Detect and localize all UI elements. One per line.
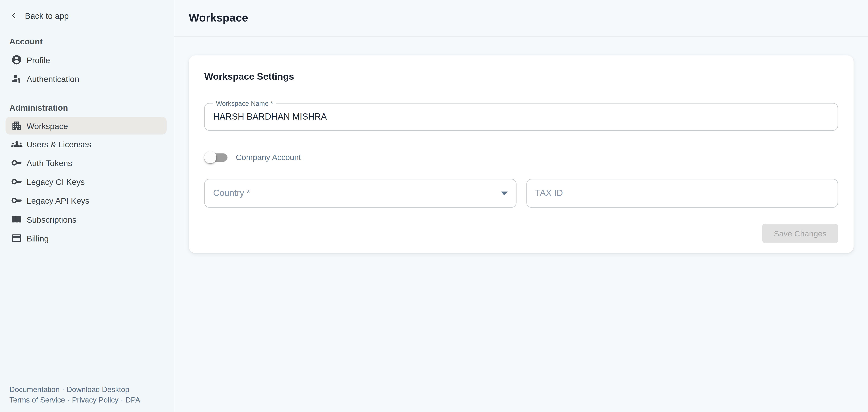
chevron-left-icon xyxy=(8,9,20,22)
section-title-account: Account xyxy=(9,35,174,47)
tax-id-input[interactable] xyxy=(526,179,838,208)
sidebar-item-legacy-ci-keys[interactable]: Legacy CI Keys xyxy=(0,172,174,191)
sidebar-item-label: Workspace xyxy=(27,121,68,130)
sidebar-item-label: Legacy CI Keys xyxy=(27,177,85,186)
toggle-thumb xyxy=(204,151,216,164)
company-account-row: Company Account xyxy=(204,151,838,164)
credit-card-icon xyxy=(11,233,23,244)
company-account-toggle[interactable] xyxy=(204,151,228,164)
sidebar-item-label: Auth Tokens xyxy=(27,158,72,168)
country-select[interactable]: Country * xyxy=(204,179,516,208)
privacy-policy-link[interactable]: Privacy Policy xyxy=(72,396,119,404)
page-title: Workspace xyxy=(189,11,248,24)
main-area: Workspace Workspace Settings Workspace N… xyxy=(175,0,868,412)
key-icon xyxy=(11,176,23,187)
app-root: Back to app Account Profile Authenticati… xyxy=(0,0,868,412)
back-to-app-label: Back to app xyxy=(25,11,69,20)
sidebar-item-label: Users & Licenses xyxy=(27,139,91,149)
sidebar-item-label: Profile xyxy=(27,55,50,64)
save-changes-button[interactable]: Save Changes xyxy=(762,224,838,243)
building-icon xyxy=(11,120,23,131)
company-account-label: Company Account xyxy=(236,153,301,162)
sidebar-item-label: Authentication xyxy=(27,74,79,83)
workspace-name-field: Workspace Name * xyxy=(204,103,838,130)
download-desktop-link[interactable]: Download Desktop xyxy=(67,385,129,394)
key-icon xyxy=(11,195,23,206)
workspace-name-input[interactable] xyxy=(205,104,838,130)
sidebar: Back to app Account Profile Authenticati… xyxy=(0,0,175,412)
sidebar-item-users-licenses[interactable]: Users & Licenses xyxy=(0,135,174,153)
groups-icon xyxy=(11,138,23,149)
sidebar-item-label: Legacy API Keys xyxy=(27,196,89,205)
section-title-administration: Administration xyxy=(9,102,174,114)
card-actions: Save Changes xyxy=(204,224,838,243)
sidebar-item-label: Subscriptions xyxy=(27,214,76,224)
dropdown-arrow-icon xyxy=(501,192,507,196)
card-title: Workspace Settings xyxy=(204,70,838,84)
country-select-label: Country * xyxy=(213,188,250,198)
sidebar-item-label: Billing xyxy=(27,233,49,243)
workspace-settings-card: Workspace Settings Workspace Name * Comp… xyxy=(189,55,854,253)
sidebar-item-subscriptions[interactable]: Subscriptions xyxy=(0,210,174,229)
passkey-icon xyxy=(11,73,23,84)
footer-separator: · xyxy=(119,396,126,404)
sidebar-item-workspace[interactable]: Workspace xyxy=(6,117,166,135)
sidebar-item-auth-tokens[interactable]: Auth Tokens xyxy=(0,153,174,172)
back-to-app-button[interactable]: Back to app xyxy=(8,9,174,22)
terms-of-service-link[interactable]: Terms of Service xyxy=(9,396,65,404)
sidebar-item-legacy-api-keys[interactable]: Legacy API Keys xyxy=(0,191,174,210)
key-icon xyxy=(11,157,23,168)
footer-separator: · xyxy=(65,396,72,404)
columns-icon xyxy=(11,214,23,225)
country-tax-row: Country * xyxy=(204,179,838,208)
sidebar-footer: Documentation·Download Desktop Terms of … xyxy=(9,384,140,405)
sidebar-item-billing[interactable]: Billing xyxy=(0,229,174,247)
workspace-name-label: Workspace Name * xyxy=(213,99,276,107)
footer-row-2: Terms of Service·Privacy Policy·DPA xyxy=(9,395,140,405)
account-circle-icon xyxy=(11,54,23,65)
page-header: Workspace xyxy=(175,0,868,37)
sidebar-item-authentication[interactable]: Authentication xyxy=(0,69,174,88)
footer-row-1: Documentation·Download Desktop xyxy=(9,384,140,395)
documentation-link[interactable]: Documentation xyxy=(9,385,60,394)
sidebar-item-profile[interactable]: Profile xyxy=(0,50,174,69)
dpa-link[interactable]: DPA xyxy=(125,396,140,404)
footer-separator: · xyxy=(60,385,67,394)
